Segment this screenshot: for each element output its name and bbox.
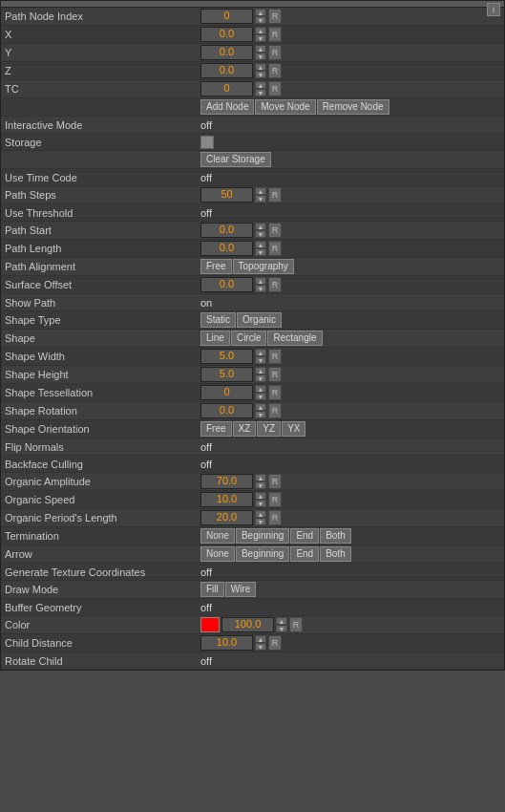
- path-start-input[interactable]: 0.0: [200, 223, 253, 238]
- organic-period-input[interactable]: 20.0: [200, 510, 253, 525]
- termination-btn-3[interactable]: End: [290, 528, 319, 544]
- shape-rotation-reset[interactable]: R: [268, 403, 282, 418]
- tc-up[interactable]: ▲: [255, 81, 266, 89]
- path-alignment-btn-2[interactable]: Topography: [233, 259, 294, 274]
- shape-orientation-btn-2[interactable]: XZ: [233, 421, 257, 437]
- shape-orientation-btn-1[interactable]: Free: [200, 421, 232, 437]
- shape-rotation-up[interactable]: ▲: [255, 403, 266, 411]
- organic-speed-reset[interactable]: R: [268, 492, 282, 507]
- path-steps-down[interactable]: ▼: [255, 195, 266, 203]
- surface-offset-input[interactable]: 0.0: [200, 277, 253, 292]
- shape-tessellation-up[interactable]: ▲: [255, 385, 266, 393]
- path-length-up[interactable]: ▲: [255, 241, 266, 248]
- z-up[interactable]: ▲: [255, 63, 266, 71]
- path-steps-input[interactable]: 50: [200, 187, 253, 203]
- node-buttons-btn-2[interactable]: Move Node: [255, 99, 315, 115]
- z-reset[interactable]: R: [268, 63, 282, 78]
- shape-height-down[interactable]: ▼: [255, 374, 266, 382]
- path-node-index-reset[interactable]: R: [268, 9, 282, 24]
- path-start-reset[interactable]: R: [268, 223, 282, 238]
- path-node-index-input[interactable]: 0: [200, 9, 253, 24]
- child-distance-input[interactable]: 10.0: [200, 635, 253, 651]
- path-start-up[interactable]: ▲: [255, 223, 266, 230]
- node-buttons-btn-3[interactable]: Remove Node: [317, 99, 389, 115]
- surface-offset-reset[interactable]: R: [268, 277, 282, 292]
- shape-orientation-btn-3[interactable]: YZ: [257, 421, 281, 437]
- z-down[interactable]: ▼: [255, 71, 266, 78]
- path-node-index-down[interactable]: ▼: [255, 16, 266, 24]
- path-steps-reset[interactable]: R: [268, 187, 282, 203]
- child-distance-down[interactable]: ▼: [255, 643, 266, 651]
- shape-width-up[interactable]: ▲: [255, 349, 266, 356]
- clear-storage-button[interactable]: Clear Storage: [200, 152, 271, 167]
- surface-offset-down[interactable]: ▼: [255, 285, 266, 292]
- shape-height-reset[interactable]: R: [268, 367, 282, 382]
- x-input[interactable]: 0.0: [200, 27, 253, 42]
- shape-btn-1[interactable]: Line: [200, 331, 230, 346]
- shape-height-up[interactable]: ▲: [255, 367, 266, 374]
- color-reset[interactable]: R: [289, 617, 303, 632]
- child-distance-up[interactable]: ▲: [255, 635, 266, 643]
- organic-speed-down[interactable]: ▼: [255, 500, 266, 507]
- path-start-down[interactable]: ▼: [255, 230, 266, 238]
- tc-reset[interactable]: R: [268, 81, 282, 96]
- path-node-index-up[interactable]: ▲: [255, 9, 266, 16]
- shape-width-reset[interactable]: R: [268, 349, 282, 364]
- termination-btn-2[interactable]: Beginning: [236, 528, 289, 544]
- y-up[interactable]: ▲: [255, 45, 266, 53]
- surface-offset-up[interactable]: ▲: [255, 277, 266, 285]
- y-input[interactable]: 0.0: [200, 45, 253, 60]
- path-length-input[interactable]: 0.0: [200, 241, 253, 256]
- shape-btn-2[interactable]: Circle: [231, 331, 267, 346]
- x-up[interactable]: ▲: [255, 27, 266, 34]
- organic-speed-input[interactable]: 10.0: [200, 492, 253, 507]
- shape-rotation-input[interactable]: 0.0: [200, 403, 253, 418]
- row-backface-culling: Backface Cullingoff: [1, 456, 504, 473]
- y-down[interactable]: ▼: [255, 53, 266, 60]
- draw-mode-btn-1[interactable]: Fill: [200, 582, 224, 597]
- organic-period-up[interactable]: ▲: [255, 510, 266, 518]
- color-swatch[interactable]: [200, 617, 220, 632]
- child-distance-reset[interactable]: R: [268, 635, 282, 651]
- organic-amplitude-down[interactable]: ▼: [255, 481, 266, 489]
- organic-speed-up[interactable]: ▲: [255, 492, 266, 500]
- shape-type-btn-1[interactable]: Static: [200, 312, 236, 328]
- tc-down[interactable]: ▼: [255, 89, 266, 96]
- z-input[interactable]: 0.0: [200, 63, 253, 78]
- shape-tessellation-input[interactable]: 0: [200, 385, 253, 400]
- organic-amplitude-reset[interactable]: R: [268, 474, 282, 489]
- draw-mode-btn-2[interactable]: Wire: [225, 582, 257, 597]
- shape-height-input[interactable]: 5.0: [200, 367, 253, 382]
- tc-input[interactable]: 0: [200, 81, 253, 96]
- arrow-btn-3[interactable]: End: [290, 546, 319, 562]
- arrow-btn-2[interactable]: Beginning: [236, 546, 289, 562]
- organic-period-reset[interactable]: R: [268, 510, 282, 525]
- shape-orientation-btn-4[interactable]: YX: [282, 421, 305, 437]
- close-button[interactable]: i: [487, 3, 500, 16]
- path-length-reset[interactable]: R: [268, 241, 282, 256]
- shape-tessellation-down[interactable]: ▼: [255, 393, 266, 400]
- organic-period-down[interactable]: ▼: [255, 518, 266, 525]
- termination-btn-4[interactable]: Both: [320, 528, 351, 544]
- termination-btn-1[interactable]: None: [200, 528, 235, 544]
- x-reset[interactable]: R: [268, 27, 282, 42]
- organic-amplitude-input[interactable]: 70.0: [200, 474, 253, 489]
- path-alignment-btn-1[interactable]: Free: [200, 259, 232, 274]
- node-buttons-btn-1[interactable]: Add Node: [200, 99, 254, 115]
- color-up[interactable]: ▲: [276, 617, 287, 625]
- path-length-down[interactable]: ▼: [255, 248, 266, 256]
- organic-amplitude-up[interactable]: ▲: [255, 474, 266, 481]
- shape-btn-3[interactable]: Rectangle: [267, 331, 322, 346]
- shape-rotation-down[interactable]: ▼: [255, 411, 266, 418]
- arrow-btn-4[interactable]: Both: [320, 546, 351, 562]
- x-down[interactable]: ▼: [255, 34, 266, 42]
- arrow-btn-1[interactable]: None: [200, 546, 235, 562]
- shape-width-input[interactable]: 5.0: [200, 349, 253, 364]
- shape-type-btn-2[interactable]: Organic: [237, 312, 282, 328]
- color-value-input[interactable]: 100.0: [221, 617, 274, 632]
- shape-width-down[interactable]: ▼: [255, 356, 266, 364]
- y-reset[interactable]: R: [268, 45, 282, 60]
- shape-tessellation-reset[interactable]: R: [268, 385, 282, 400]
- path-steps-up[interactable]: ▲: [255, 187, 266, 195]
- color-down[interactable]: ▼: [276, 625, 287, 632]
